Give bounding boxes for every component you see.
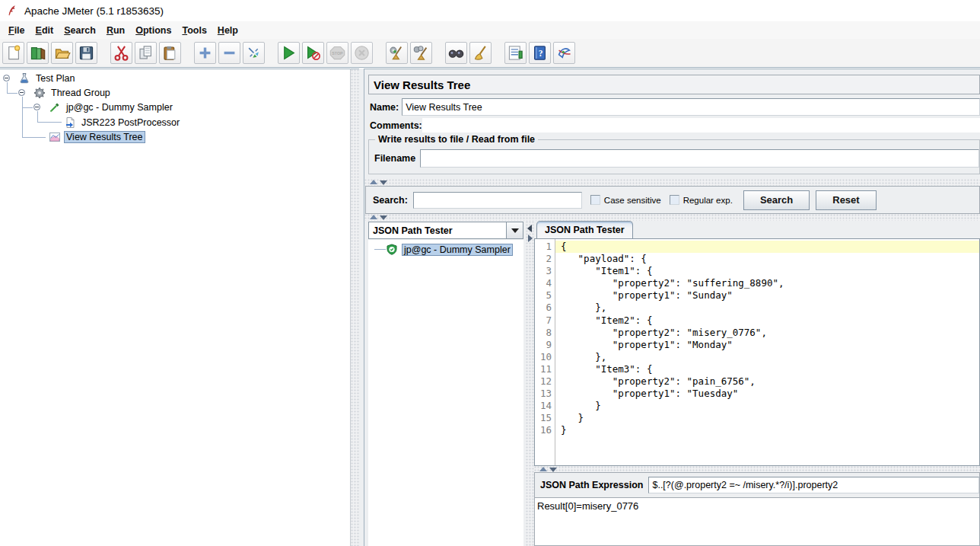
search-button[interactable] <box>445 42 467 64</box>
clear-search-icon <box>472 44 489 62</box>
paste-button[interactable] <box>159 42 181 64</box>
start-button[interactable] <box>278 42 300 64</box>
collapse-right-icon[interactable] <box>528 235 533 242</box>
templates-button[interactable] <box>27 42 49 64</box>
name-field[interactable]: View Results Tree <box>402 98 980 116</box>
tree-line <box>37 122 62 123</box>
tree-line <box>22 137 46 138</box>
menu-options[interactable]: Options <box>130 23 177 38</box>
results-splitter[interactable] <box>526 221 534 546</box>
shutdown-button[interactable] <box>351 42 373 64</box>
expand-all-button[interactable] <box>194 42 216 64</box>
comments-field[interactable] <box>422 118 980 133</box>
samples-tree: jp@gc - Dummy Sampler <box>368 240 523 546</box>
renderer-combo[interactable]: JSON Path Tester <box>368 222 523 239</box>
line-number: 3 <box>535 265 552 277</box>
collapse-up-icon[interactable] <box>370 215 377 219</box>
tree-expand-handle[interactable] <box>3 75 10 81</box>
stop-button[interactable]: STOP <box>326 42 348 64</box>
sample-label[interactable]: jp@gc - Dummy Sampler <box>402 244 513 256</box>
regular-exp-label: Regular exp. <box>683 196 733 205</box>
menu-bar: FileEditSearchRunOptionsToolsHelp <box>0 21 980 39</box>
collapse-down-icon[interactable] <box>549 468 557 472</box>
splitter-top[interactable] <box>364 179 980 186</box>
documentation-button[interactable] <box>553 42 575 64</box>
collapse-down-icon[interactable] <box>380 216 387 220</box>
combo-arrow-icon[interactable] <box>507 222 523 239</box>
menu-edit[interactable]: Edit <box>30 23 59 38</box>
help-button[interactable]: ? <box>529 42 551 64</box>
tab-json-path-tester[interactable]: JSON Path Tester <box>536 221 633 238</box>
title-bar: Apache JMeter (5.1 r1853635) <box>0 0 980 21</box>
tree-node-label[interactable]: jp@gc - Dummy Sampler <box>64 101 175 113</box>
splitter-middle[interactable] <box>364 214 980 221</box>
test-plan-icon <box>18 72 30 85</box>
clear-all-button[interactable] <box>410 42 432 64</box>
regular-exp-checkbox[interactable] <box>670 195 679 205</box>
tree-line <box>7 93 18 94</box>
tree-node-view-results-tree[interactable]: View Results Tree <box>49 129 145 144</box>
menu-search[interactable]: Search <box>59 23 101 38</box>
line-number: 6 <box>535 302 552 314</box>
svg-text:?: ? <box>539 49 543 58</box>
menu-help[interactable]: Help <box>212 23 243 38</box>
clear-search-button[interactable] <box>469 42 492 64</box>
json-content[interactable]: { "payload": { "Item1": { "property2": "… <box>555 239 979 465</box>
thread-group-icon <box>33 87 46 99</box>
tree-expand-handle[interactable] <box>33 104 40 110</box>
tree-splitter[interactable] <box>351 69 359 546</box>
clear-one-icon <box>388 44 406 62</box>
json-viewer[interactable]: 12345678910111213141516 { "payload": { "… <box>534 238 980 466</box>
collapse-up-icon[interactable] <box>539 467 547 471</box>
line-numbers: 12345678910111213141516 <box>535 239 555 465</box>
clear-one-button[interactable] <box>386 42 408 64</box>
save-button[interactable] <box>75 42 97 64</box>
filename-field[interactable] <box>420 149 979 168</box>
jmeter-logo-icon <box>5 5 18 17</box>
templates-icon <box>29 44 46 62</box>
start-no-pauses-button[interactable] <box>302 42 324 64</box>
reset-button[interactable]: Reset <box>816 190 876 210</box>
collapse-all-button[interactable] <box>218 42 240 64</box>
collapse-down-icon[interactable] <box>380 180 387 185</box>
toggle-button[interactable] <box>243 42 265 64</box>
tree-node-jp-gc-dummy-sampler[interactable]: jp@gc - Dummy Sampler <box>49 101 175 115</box>
tree-node-label[interactable]: Test Plan <box>33 72 77 85</box>
renderer-combo-value[interactable]: JSON Path Tester <box>368 222 507 239</box>
tree-line <box>374 249 386 250</box>
tree-node-label[interactable]: JSR223 PostProcessor <box>79 117 182 129</box>
menu-tools[interactable]: Tools <box>177 23 212 38</box>
expand-all-icon <box>196 44 214 62</box>
tree-node-test-plan[interactable]: Test Plan <box>18 72 77 86</box>
menu-run[interactable]: Run <box>101 23 130 38</box>
open-button[interactable] <box>51 42 73 64</box>
window-title: Apache JMeter (5.1 r1853635) <box>24 5 164 17</box>
search-input[interactable] <box>413 192 582 209</box>
tree-node-label[interactable]: View Results Tree <box>64 131 145 143</box>
tree-line <box>22 107 33 108</box>
code-line: } <box>555 400 979 412</box>
expression-input[interactable]: $..[?(@.property2 =~ /misery.*?/i)].prop… <box>648 477 979 493</box>
new-button[interactable] <box>2 42 24 64</box>
collapse-up-icon[interactable] <box>370 180 377 184</box>
search-button[interactable]: Search <box>743 190 810 210</box>
cut-icon <box>113 44 130 62</box>
results-tree-panel: View Results Tree Name: View Results Tre… <box>364 69 980 546</box>
tree-expand-handle[interactable] <box>18 89 25 96</box>
tree-node-jsr223-postprocessor[interactable]: JSR223 PostProcessor <box>64 115 182 129</box>
code-line: "property1": "Monday" <box>555 339 979 351</box>
menu-file[interactable]: File <box>3 23 30 38</box>
sample-row[interactable]: jp@gc - Dummy Sampler <box>368 242 513 257</box>
search-panel: Search: Case sensitive Regular exp. Sear… <box>365 186 980 214</box>
splitter-bottom[interactable] <box>534 466 980 472</box>
case-sensitive-checkbox[interactable] <box>590 195 600 205</box>
line-number: 1 <box>535 241 552 253</box>
cut-button[interactable] <box>110 42 132 64</box>
tree-node-label[interactable]: Thread Group <box>49 87 113 99</box>
collapse-left-icon[interactable] <box>527 225 532 232</box>
function-helper-button[interactable] <box>504 42 527 64</box>
copy-button[interactable] <box>135 42 157 64</box>
code-line: "Item2": { <box>555 315 979 327</box>
tree-node-thread-group[interactable]: Thread Group <box>33 86 113 101</box>
line-number: 10 <box>535 351 552 363</box>
